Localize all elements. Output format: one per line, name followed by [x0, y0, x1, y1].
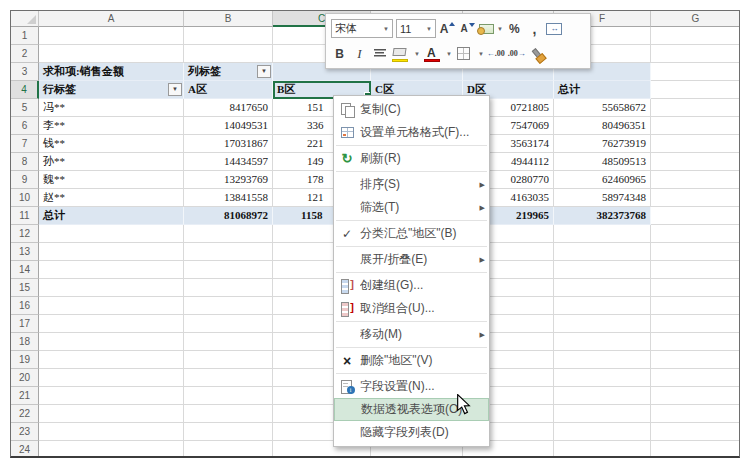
cell-A2[interactable]	[39, 45, 184, 63]
fill-color-button[interactable]	[391, 45, 408, 63]
row-header-14[interactable]: 14	[11, 261, 39, 279]
font-size-select[interactable]: 11	[396, 19, 436, 38]
cell-F8[interactable]: 48509513	[554, 153, 651, 171]
cell-B17[interactable]	[184, 315, 273, 333]
column-header-B[interactable]: B	[184, 11, 273, 27]
cell-B23[interactable]	[184, 423, 273, 441]
cell-B24[interactable]	[184, 441, 273, 458]
row-header-22[interactable]: 22	[11, 405, 39, 423]
cell-G12[interactable]	[651, 225, 740, 243]
cell-F16[interactable]	[554, 297, 651, 315]
cell-F17[interactable]	[554, 315, 651, 333]
row-header-5[interactable]: 5	[11, 99, 39, 117]
cell-A16[interactable]	[39, 297, 184, 315]
cell-F23[interactable]	[554, 423, 651, 441]
cell-B16[interactable]	[184, 297, 273, 315]
cell-F22[interactable]	[554, 405, 651, 423]
cell-F18[interactable]	[554, 333, 651, 351]
row-header-6[interactable]: 6	[11, 117, 39, 135]
cell-G15[interactable]	[651, 279, 740, 297]
context-menu-item[interactable]: ✓ 分类汇总"地区"(B)	[334, 222, 489, 245]
grow-font-button[interactable]: A	[439, 19, 456, 39]
cell-G18[interactable]	[651, 333, 740, 351]
row-header-13[interactable]: 13	[11, 243, 39, 261]
cell-B13[interactable]	[184, 243, 273, 261]
cell-F20[interactable]	[554, 369, 651, 387]
font-color-button[interactable]: A	[423, 45, 440, 63]
cell-A24[interactable]	[39, 441, 184, 458]
cell-A22[interactable]	[39, 405, 184, 423]
row-header-1[interactable]: 1	[11, 27, 39, 45]
cell-B1[interactable]	[184, 27, 273, 45]
row-header-11[interactable]: 11	[11, 207, 39, 225]
row-header-20[interactable]: 20	[11, 369, 39, 387]
cell-B5[interactable]: 8417650	[184, 99, 273, 117]
cell-F10[interactable]: 58974348	[554, 189, 651, 207]
cell-F15[interactable]	[554, 279, 651, 297]
cell-A4[interactable]: 行标签▼	[39, 81, 184, 99]
context-menu-item[interactable]: × 删除"地区"(V)	[334, 349, 489, 372]
context-menu-item[interactable]: 排序(S) ▶	[334, 173, 489, 196]
cell-A12[interactable]	[39, 225, 184, 243]
cell-B18[interactable]	[184, 333, 273, 351]
cell-A5[interactable]: 冯**	[39, 99, 184, 117]
comma-style-button[interactable]: ,	[526, 19, 543, 39]
cell-B11[interactable]: 81068972	[184, 207, 273, 225]
cell-B10[interactable]: 13841558	[184, 189, 273, 207]
cell-G10[interactable]	[651, 189, 740, 207]
row-header-2[interactable]: 2	[11, 45, 39, 63]
cell-B14[interactable]	[184, 261, 273, 279]
cell-G4[interactable]	[651, 81, 740, 99]
cell-F13[interactable]	[554, 243, 651, 261]
cell-G11[interactable]	[651, 207, 740, 225]
cell-G17[interactable]	[651, 315, 740, 333]
cell-F14[interactable]	[554, 261, 651, 279]
cell-B20[interactable]	[184, 369, 273, 387]
bold-button[interactable]: B	[331, 44, 348, 64]
row-header-21[interactable]: 21	[11, 387, 39, 405]
cell-B2[interactable]	[184, 45, 273, 63]
context-menu-item[interactable]: 创建组(G)...	[334, 274, 489, 297]
row-header-12[interactable]: 12	[11, 225, 39, 243]
cell-G2[interactable]	[651, 45, 740, 63]
row-header-23[interactable]: 23	[11, 423, 39, 441]
cell-A7[interactable]: 钱**	[39, 135, 184, 153]
row-header-24[interactable]: 24	[11, 441, 39, 458]
context-menu-item[interactable]: 取消组合(U)...	[334, 297, 489, 320]
row-header-4[interactable]: 4	[11, 81, 39, 99]
cell-G3[interactable]	[651, 63, 740, 81]
decrease-decimal-button[interactable]: .00→	[508, 44, 526, 64]
context-menu-item[interactable]: 筛选(T) ▶	[334, 196, 489, 219]
row-header-16[interactable]: 16	[11, 297, 39, 315]
cell-F7[interactable]: 76273919	[554, 135, 651, 153]
cell-B19[interactable]	[184, 351, 273, 369]
row-header-8[interactable]: 8	[11, 153, 39, 171]
cell-F11[interactable]: 382373768	[554, 207, 651, 225]
cell-G9[interactable]	[651, 171, 740, 189]
row-header-7[interactable]: 7	[11, 135, 39, 153]
cell-G13[interactable]	[651, 243, 740, 261]
cell-G19[interactable]	[651, 351, 740, 369]
cell-B7[interactable]: 17031867	[184, 135, 273, 153]
context-menu-item[interactable]: 设置单元格格式(F)...	[334, 121, 489, 144]
cell-F12[interactable]	[554, 225, 651, 243]
cell-F9[interactable]: 62460965	[554, 171, 651, 189]
cell-G16[interactable]	[651, 297, 740, 315]
cell-G22[interactable]	[651, 405, 740, 423]
context-menu-item[interactable]: 复制(C)	[334, 98, 489, 121]
column-header-A[interactable]: A	[39, 11, 184, 27]
cell-B3[interactable]: 列标签▼	[184, 63, 273, 81]
font-name-select[interactable]: 宋体	[331, 19, 393, 38]
context-menu-item[interactable]: 移动(M) ▶	[334, 323, 489, 346]
row-header-9[interactable]: 9	[11, 171, 39, 189]
cell-B12[interactable]	[184, 225, 273, 243]
cell-A11[interactable]: 总计	[39, 207, 184, 225]
cell-A19[interactable]	[39, 351, 184, 369]
column-header-G[interactable]: G	[651, 11, 740, 27]
row-header-19[interactable]: 19	[11, 351, 39, 369]
cell-B9[interactable]: 13293769	[184, 171, 273, 189]
cell-B15[interactable]	[184, 279, 273, 297]
cell-G14[interactable]	[651, 261, 740, 279]
cell-A13[interactable]	[39, 243, 184, 261]
cell-B4[interactable]: A区	[184, 81, 273, 99]
